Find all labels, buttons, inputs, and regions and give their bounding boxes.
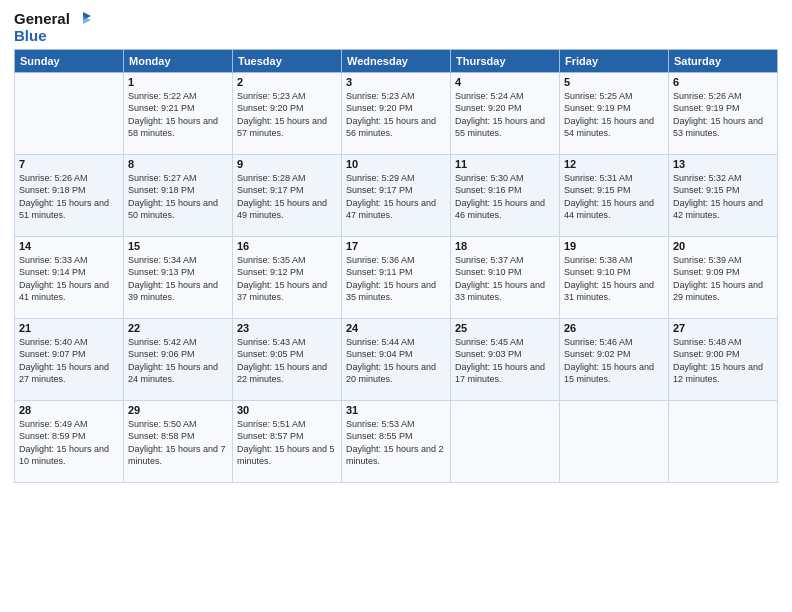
week-row-1: 1 Sunrise: 5:22 AMSunset: 9:21 PMDayligh… [15,72,778,154]
day-number: 2 [237,76,337,88]
day-detail: Sunrise: 5:26 AMSunset: 9:18 PMDaylight:… [19,172,119,222]
day-detail: Sunrise: 5:31 AMSunset: 9:15 PMDaylight:… [564,172,664,222]
day-cell: 21 Sunrise: 5:40 AMSunset: 9:07 PMDaylig… [15,318,124,400]
day-cell: 18 Sunrise: 5:37 AMSunset: 9:10 PMDaylig… [451,236,560,318]
logo: General Blue [14,10,91,45]
header-day-thursday: Thursday [451,49,560,72]
day-detail: Sunrise: 5:46 AMSunset: 9:02 PMDaylight:… [564,336,664,386]
day-number: 9 [237,158,337,170]
day-cell: 26 Sunrise: 5:46 AMSunset: 9:02 PMDaylig… [560,318,669,400]
day-number: 18 [455,240,555,252]
day-detail: Sunrise: 5:23 AMSunset: 9:20 PMDaylight:… [346,90,446,140]
day-number: 4 [455,76,555,88]
header-row: SundayMondayTuesdayWednesdayThursdayFrid… [15,49,778,72]
day-detail: Sunrise: 5:37 AMSunset: 9:10 PMDaylight:… [455,254,555,304]
day-cell [15,72,124,154]
day-detail: Sunrise: 5:27 AMSunset: 9:18 PMDaylight:… [128,172,228,222]
day-cell: 22 Sunrise: 5:42 AMSunset: 9:06 PMDaylig… [124,318,233,400]
day-cell: 10 Sunrise: 5:29 AMSunset: 9:17 PMDaylig… [342,154,451,236]
day-number: 11 [455,158,555,170]
day-detail: Sunrise: 5:26 AMSunset: 9:19 PMDaylight:… [673,90,773,140]
day-detail: Sunrise: 5:43 AMSunset: 9:05 PMDaylight:… [237,336,337,386]
day-cell: 7 Sunrise: 5:26 AMSunset: 9:18 PMDayligh… [15,154,124,236]
header-day-monday: Monday [124,49,233,72]
header-day-sunday: Sunday [15,49,124,72]
day-number: 8 [128,158,228,170]
day-detail: Sunrise: 5:23 AMSunset: 9:20 PMDaylight:… [237,90,337,140]
day-cell: 2 Sunrise: 5:23 AMSunset: 9:20 PMDayligh… [233,72,342,154]
day-number: 3 [346,76,446,88]
day-detail: Sunrise: 5:39 AMSunset: 9:09 PMDaylight:… [673,254,773,304]
day-cell: 5 Sunrise: 5:25 AMSunset: 9:19 PMDayligh… [560,72,669,154]
day-cell: 14 Sunrise: 5:33 AMSunset: 9:14 PMDaylig… [15,236,124,318]
day-number: 24 [346,322,446,334]
day-number: 19 [564,240,664,252]
day-number: 13 [673,158,773,170]
logo-blue: Blue [14,28,91,45]
day-detail: Sunrise: 5:42 AMSunset: 9:06 PMDaylight:… [128,336,228,386]
day-number: 29 [128,404,228,416]
day-cell: 24 Sunrise: 5:44 AMSunset: 9:04 PMDaylig… [342,318,451,400]
day-cell: 1 Sunrise: 5:22 AMSunset: 9:21 PMDayligh… [124,72,233,154]
day-cell: 15 Sunrise: 5:34 AMSunset: 9:13 PMDaylig… [124,236,233,318]
day-detail: Sunrise: 5:33 AMSunset: 9:14 PMDaylight:… [19,254,119,304]
week-row-5: 28 Sunrise: 5:49 AMSunset: 8:59 PMDaylig… [15,400,778,482]
day-number: 22 [128,322,228,334]
day-detail: Sunrise: 5:53 AMSunset: 8:55 PMDaylight:… [346,418,446,468]
day-cell: 4 Sunrise: 5:24 AMSunset: 9:20 PMDayligh… [451,72,560,154]
day-number: 23 [237,322,337,334]
day-number: 14 [19,240,119,252]
day-detail: Sunrise: 5:50 AMSunset: 8:58 PMDaylight:… [128,418,228,468]
day-number: 30 [237,404,337,416]
header-day-tuesday: Tuesday [233,49,342,72]
day-cell: 17 Sunrise: 5:36 AMSunset: 9:11 PMDaylig… [342,236,451,318]
day-detail: Sunrise: 5:40 AMSunset: 9:07 PMDaylight:… [19,336,119,386]
day-detail: Sunrise: 5:22 AMSunset: 9:21 PMDaylight:… [128,90,228,140]
day-detail: Sunrise: 5:30 AMSunset: 9:16 PMDaylight:… [455,172,555,222]
day-cell: 12 Sunrise: 5:31 AMSunset: 9:15 PMDaylig… [560,154,669,236]
header-day-saturday: Saturday [669,49,778,72]
day-number: 26 [564,322,664,334]
day-number: 6 [673,76,773,88]
logo-general: General [14,11,70,28]
day-cell: 8 Sunrise: 5:27 AMSunset: 9:18 PMDayligh… [124,154,233,236]
day-cell: 20 Sunrise: 5:39 AMSunset: 9:09 PMDaylig… [669,236,778,318]
day-detail: Sunrise: 5:49 AMSunset: 8:59 PMDaylight:… [19,418,119,468]
day-number: 16 [237,240,337,252]
day-detail: Sunrise: 5:38 AMSunset: 9:10 PMDaylight:… [564,254,664,304]
week-row-2: 7 Sunrise: 5:26 AMSunset: 9:18 PMDayligh… [15,154,778,236]
day-number: 15 [128,240,228,252]
day-number: 17 [346,240,446,252]
day-number: 31 [346,404,446,416]
day-detail: Sunrise: 5:36 AMSunset: 9:11 PMDaylight:… [346,254,446,304]
day-cell: 9 Sunrise: 5:28 AMSunset: 9:17 PMDayligh… [233,154,342,236]
day-detail: Sunrise: 5:45 AMSunset: 9:03 PMDaylight:… [455,336,555,386]
calendar-table: SundayMondayTuesdayWednesdayThursdayFrid… [14,49,778,483]
day-number: 28 [19,404,119,416]
day-cell [560,400,669,482]
day-cell: 31 Sunrise: 5:53 AMSunset: 8:55 PMDaylig… [342,400,451,482]
day-cell: 6 Sunrise: 5:26 AMSunset: 9:19 PMDayligh… [669,72,778,154]
logo-bird-icon [73,10,91,28]
day-number: 12 [564,158,664,170]
day-cell: 25 Sunrise: 5:45 AMSunset: 9:03 PMDaylig… [451,318,560,400]
day-number: 5 [564,76,664,88]
day-cell: 23 Sunrise: 5:43 AMSunset: 9:05 PMDaylig… [233,318,342,400]
day-number: 1 [128,76,228,88]
day-cell: 3 Sunrise: 5:23 AMSunset: 9:20 PMDayligh… [342,72,451,154]
day-detail: Sunrise: 5:35 AMSunset: 9:12 PMDaylight:… [237,254,337,304]
day-cell [451,400,560,482]
day-cell: 28 Sunrise: 5:49 AMSunset: 8:59 PMDaylig… [15,400,124,482]
day-detail: Sunrise: 5:48 AMSunset: 9:00 PMDaylight:… [673,336,773,386]
day-detail: Sunrise: 5:32 AMSunset: 9:15 PMDaylight:… [673,172,773,222]
day-number: 7 [19,158,119,170]
header-day-wednesday: Wednesday [342,49,451,72]
day-cell: 30 Sunrise: 5:51 AMSunset: 8:57 PMDaylig… [233,400,342,482]
page-container: General Blue SundayMondayTuesdayWednesda… [0,0,792,489]
day-cell: 29 Sunrise: 5:50 AMSunset: 8:58 PMDaylig… [124,400,233,482]
day-number: 27 [673,322,773,334]
day-detail: Sunrise: 5:28 AMSunset: 9:17 PMDaylight:… [237,172,337,222]
day-detail: Sunrise: 5:24 AMSunset: 9:20 PMDaylight:… [455,90,555,140]
day-detail: Sunrise: 5:51 AMSunset: 8:57 PMDaylight:… [237,418,337,468]
day-detail: Sunrise: 5:44 AMSunset: 9:04 PMDaylight:… [346,336,446,386]
